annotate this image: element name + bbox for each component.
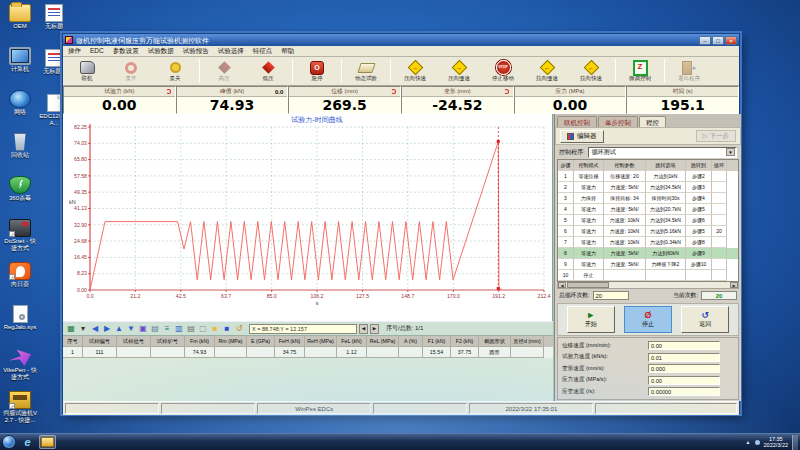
editor-button[interactable]: 编辑器 [560,130,604,143]
toolbar-button-compress-fast[interactable]: 压向快速 [393,58,437,85]
toolbar-button-fine-tune[interactable]: 微调控制 [618,58,662,85]
speed-param-value[interactable]: 0.00 [648,341,720,350]
chart-area[interactable]: 0.008.2316.4524.6832.9041.1349.3557.5865… [63,114,553,321]
desktop-icon[interactable]: 网络 [3,90,37,116]
scroll-right-icon[interactable]: ▶ [730,282,738,288]
desktop-icon[interactable]: 计算机 [3,47,37,73]
copy-icon[interactable]: ▤ [150,323,160,334]
desktop-icon[interactable]: 向日葵 [3,262,37,288]
taskbar-clock[interactable]: 17:35 2022/3/22 [764,436,788,449]
menu-item[interactable]: 操作 [68,46,81,56]
close-button[interactable]: × [725,36,737,45]
toolbar-button-dynamic-test[interactable]: 动态试验 [344,58,388,85]
toolbar-button-exit[interactable]: 退出程序 [667,58,711,85]
program-step-row[interactable]: 3力保持保持目标: 34保持时间30s步骤4 [558,193,738,204]
speed-param-value[interactable]: 0.000 [648,364,720,373]
toolbar-button-emergency-stop[interactable]: 急停 [295,58,339,85]
new-doc-icon[interactable]: ▢ [198,323,208,334]
tray-expand-icon[interactable]: ▲ [746,439,751,445]
tab-程控[interactable]: 程控 [639,116,666,127]
display-panel: 位移 (mm)269.5 [288,86,401,114]
desktop-icon[interactable]: DoSnet - 快捷方式 [3,219,37,251]
chevron-down-icon[interactable]: ▼ [726,148,735,156]
toolbar-button-compress-slow[interactable]: 压向慢速 [437,58,481,85]
reset-icon[interactable] [504,89,509,94]
program-table-hscrollbar[interactable]: ◀ ▶ [557,282,739,289]
nav-up-icon[interactable]: ▲ [114,323,124,334]
explorer-folder-icon[interactable] [39,435,56,449]
chart-icon[interactable]: ▥ [174,323,184,334]
desktop-icon[interactable]: RegJalo.sys [3,305,37,331]
program-step-row[interactable]: 6等速力力速度: 10kN力达到5.16kN步骤520 [558,226,738,237]
program-step-row[interactable]: 7等速力力速度: 10kN力达到0.34kN步骤8 [558,237,738,248]
nav-left-icon[interactable]: ◀ [90,323,100,334]
internet-explorer-icon[interactable]: e [19,435,36,449]
program-step-row[interactable]: 1等速位移位移速度: 20力达到1kN步骤2 [558,171,738,182]
program-select[interactable]: 循环测试 ▼ [588,147,737,158]
toolbar-button-label: 高压 [219,75,230,81]
desktop-icon[interactable]: 360杀毒 [3,176,37,202]
program-step-row[interactable]: 5等速力力速度: 10kN力达到34.5kN步骤6 [558,215,738,226]
reset-icon[interactable] [166,89,171,94]
toolbar-button-link[interactable]: 联机 [65,58,109,85]
total-cycles-input[interactable]: 20 [593,291,629,300]
speed-param-value[interactable]: 0.00 [648,376,720,385]
program-step-row[interactable]: 8等速力力速度: 5kN/力达到60kN步骤9 [558,248,738,259]
minimize-button[interactable]: – [699,36,711,45]
desktop-icon[interactable]: VikePen - 快捷方式 [3,348,37,380]
scroll-left-icon[interactable]: ◀ [558,282,566,288]
program-step-row[interactable]: 2等速力力速度: 5kN/力达到34.5kN步骤3 [558,182,738,193]
window-titlebar[interactable]: 微机控制电液伺服压剪万能试验机测控软件 – □ × [63,34,739,46]
speed-param-value[interactable]: 0.00000 [648,387,720,396]
next-step-button[interactable]: ▷ 下一步 [696,130,737,142]
results-row[interactable]: 111174.9334.751.1215.5437.75圆形 [63,347,553,358]
scrollbar-thumb[interactable] [567,282,609,288]
停止-button[interactable]: Ø停止 [624,306,672,333]
cursor-coordinate-box[interactable]: X = 88.748;Y = 12.157 [249,324,357,334]
toolbar-button-pump-off[interactable]: 泵关 [153,58,197,85]
desktop-icon[interactable]: 无标题 [37,4,71,30]
program-step-row[interactable]: 9等速力力速度: 5kN/力峰值下降2步骤10 [558,259,738,270]
list-icon[interactable]: ≡ [162,323,172,334]
start-button[interactable] [2,435,16,449]
开始-button[interactable]: ►开始 [567,306,615,333]
menu-item[interactable]: 试验选择 [218,46,244,56]
toolbar-button-low-pressure[interactable]: 低压 [246,58,290,85]
save-icon[interactable]: ■ [222,323,232,334]
dropdown-arrow-icon[interactable]: ▾ [78,323,88,334]
refresh-icon[interactable]: ↺ [234,323,244,334]
toolbar-button-pump-on[interactable]: 泵开 [109,58,153,85]
menu-item[interactable]: 帮助 [281,46,294,56]
record-next-button[interactable]: ▶ [370,324,379,334]
desktop-icon[interactable]: 伺服试验机V2.7 - 快捷... [3,391,37,423]
print-icon[interactable]: ▤ [186,323,196,334]
toolbar-button-tension-slow[interactable]: 拉向慢速 [525,58,569,85]
menu-item[interactable]: 试验报告 [183,46,209,56]
tab-单步控制[interactable]: 单步控制 [598,116,638,127]
tab-联机控制[interactable]: 联机控制 [557,116,597,127]
nav-down-icon[interactable]: ▼ [126,323,136,334]
toolbar-button-high-pressure[interactable]: 高压 [202,58,246,85]
menu-item[interactable]: 参数设置 [113,46,139,56]
open-folder-icon[interactable]: ■ [210,323,220,334]
tray-status-icon[interactable] [755,440,760,445]
speed-param-value[interactable]: 0.01 [648,353,720,362]
menu-item[interactable]: 试验数据 [148,46,174,56]
program-step-row[interactable]: 4等速力力速度: 5kN/力达到20.7kN步骤5 [558,204,738,215]
desktop-icon[interactable]: OEM [3,4,37,30]
show-desktop-button[interactable] [792,435,798,450]
force-time-chart[interactable]: 0.008.2316.4524.6832.9041.1349.3557.5865… [63,114,552,320]
menu-item[interactable]: 特征点 [253,46,273,56]
toolbar-button-stop-move[interactable]: 停止移动 [481,58,525,85]
reset-icon[interactable] [391,89,396,94]
desktop-icon[interactable]: 回收站 [3,133,37,159]
返回-button[interactable]: ↺返回 [681,306,729,333]
menu-item[interactable]: EDC [90,46,104,56]
program-step-row[interactable]: 10停止 [558,270,738,281]
nav-right-icon[interactable]: ▶ [102,323,112,334]
maximize-button[interactable]: □ [712,36,724,45]
chart-select-icon[interactable]: ▦ [66,323,76,334]
record-prev-button[interactable]: ◀ [359,324,368,334]
toolbar-button-tension-fast[interactable]: 拉向快速 [569,58,613,85]
screen-icon[interactable]: ▣ [138,323,148,334]
